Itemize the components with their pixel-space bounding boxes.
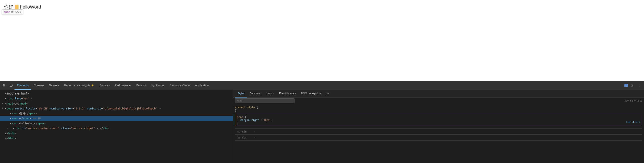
- tab-dom-breakpoints[interactable]: DOM breakpoints: [298, 90, 324, 97]
- element-style-close: }: [235, 109, 642, 112]
- settings-icon[interactable]: ⚙: [629, 82, 635, 89]
- tab-event-listeners[interactable]: Event listeners: [277, 90, 298, 97]
- plus-hint[interactable]: +: [634, 99, 636, 102]
- devtools-panel: Elements Console Network Performance ins…: [0, 81, 644, 163]
- margin-label: margin: [235, 129, 252, 134]
- tab-lighthouse[interactable]: Lighthouse: [148, 81, 167, 90]
- tooltip-size: 0×22.5: [11, 10, 21, 14]
- svg-rect-4: [12, 85, 13, 86]
- tab-more[interactable]: >>: [324, 90, 332, 97]
- element-tooltip: span 0×22.5: [2, 9, 23, 14]
- tab-styles[interactable]: Styles: [235, 90, 247, 97]
- screen-hint[interactable]: ⊡: [636, 99, 639, 102]
- styles-filter-input[interactable]: [235, 98, 294, 103]
- element-style-rule: element.style { }: [235, 106, 642, 112]
- hello-text: helloWord: [20, 4, 41, 10]
- triangle-div-icon: ▶: [7, 126, 8, 130]
- margin-value: -: [252, 129, 257, 134]
- box-model-margin-row: margin -: [235, 129, 642, 135]
- styles-tabs: Styles Computed Layout Event listeners D…: [233, 90, 644, 97]
- html-line-close-body: </body>: [0, 131, 233, 136]
- tab-elements[interactable]: Elements: [14, 81, 31, 90]
- tooltip-tag: span: [4, 10, 10, 14]
- tab-computed[interactable]: Computed: [247, 90, 264, 97]
- styles-filter-bar: :hov .cls + ⊡ ☰: [233, 97, 644, 104]
- tab-performance[interactable]: Performance: [112, 81, 133, 90]
- html-line-span-nihao[interactable]: <span>你好</span>: [0, 111, 233, 116]
- badge-count: 1: [624, 84, 628, 87]
- span-margin-right: margin-right : 10px ;: [237, 119, 640, 122]
- span-selector: span {: [237, 116, 640, 119]
- tab-console[interactable]: Console: [31, 81, 46, 90]
- html-line-html: <html lang="en" >: [0, 96, 233, 101]
- border-label: border: [235, 135, 252, 140]
- toolbar-right: 1 ⚙ ⋮: [624, 82, 642, 89]
- html-line-doctype: <!DOCTYPE html>: [0, 91, 233, 96]
- html-line-head[interactable]: ▶ <head>…</head>: [0, 101, 233, 106]
- box-model-border-row: border -: [235, 135, 642, 141]
- device-icon[interactable]: [8, 82, 14, 89]
- style-source[interactable]: test.html:: [626, 121, 640, 123]
- filter-hints: :hov .cls + ⊡ ☰: [624, 99, 642, 102]
- element-style-selector: element.style {: [235, 106, 642, 109]
- devtools-toolbar: Elements Console Network Performance ins…: [0, 81, 644, 90]
- html-line-close-html: </html>: [0, 136, 233, 141]
- menu-hint[interactable]: ☰: [640, 99, 642, 102]
- border-value: -: [252, 135, 257, 140]
- tab-network[interactable]: Network: [46, 81, 62, 90]
- tab-memory[interactable]: Memory: [133, 81, 148, 90]
- tab-application[interactable]: Application: [192, 81, 211, 90]
- tab-performance-insights[interactable]: Performance insights ⚡: [62, 81, 97, 90]
- tab-layout[interactable]: Layout: [264, 90, 277, 97]
- page-content: 你好 helloWord span 0×22.5: [0, 0, 644, 81]
- html-panel: <!DOCTYPE html> <html lang="en" > ▶ <hea…: [0, 90, 233, 163]
- triangle-icon: ▶: [2, 101, 3, 105]
- html-line-body[interactable]: ▼ <body monica-locale="zh_CN" monica-ver…: [0, 106, 233, 111]
- styles-panel: Styles Computed Layout Event listeners D…: [233, 90, 644, 163]
- tab-resources-saver[interactable]: ResourcesSaver: [167, 81, 192, 90]
- svg-rect-3: [10, 84, 12, 87]
- svg-rect-0: [4, 84, 5, 85]
- span-rule-close: }: [237, 122, 640, 125]
- triangle-open-icon: ▼: [2, 106, 3, 110]
- html-line-span-selected[interactable]: <span></span> == $0: [0, 116, 233, 121]
- hov-hint[interactable]: :hov: [624, 99, 629, 102]
- html-line-span-helloword[interactable]: <span>helloWord</span>: [0, 121, 233, 126]
- highlight-indicator: [15, 5, 18, 9]
- styles-content: element.style { } span { margin-right : …: [233, 104, 644, 163]
- more-icon[interactable]: ⋮: [636, 82, 642, 89]
- box-model-area: margin - border -: [235, 128, 642, 141]
- span-rule-highlighted: span { margin-right : 10px ; } test.html…: [235, 114, 642, 126]
- cls-hint[interactable]: .cls: [630, 99, 633, 102]
- tab-sources[interactable]: Sources: [97, 81, 112, 90]
- html-line-div-monica[interactable]: ▶ <div id="monica-content-root" class="m…: [0, 126, 233, 131]
- inspector-icon[interactable]: [2, 82, 8, 89]
- devtools-body: <!DOCTYPE html> <html lang="en" > ▶ <hea…: [0, 90, 644, 163]
